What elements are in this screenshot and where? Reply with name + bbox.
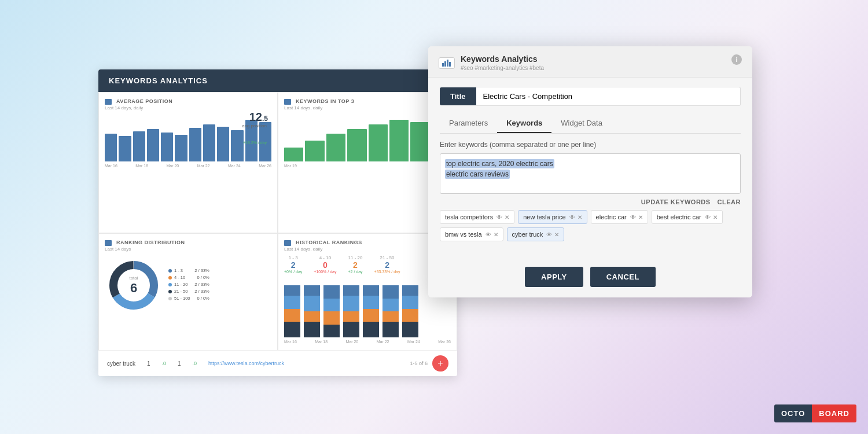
hist-title: HISTORICAL RANKINGS bbox=[284, 240, 451, 245]
donut-container: total 6 1 - 3 2 / 33% 4 - 10 0 / 0% bbox=[105, 256, 271, 314]
avg-delta: +18.2% / day bbox=[243, 141, 267, 145]
tag-label: electric car bbox=[596, 214, 627, 220]
add-button[interactable]: + bbox=[432, 355, 448, 372]
bar bbox=[410, 122, 429, 161]
tag-label: new tesla price bbox=[523, 214, 565, 220]
rank-labels: Mar 16 Mar 18 Mar 20 Mar 22 Mar 24 Mar 2… bbox=[284, 340, 451, 344]
bar bbox=[203, 124, 215, 161]
modal-widget-icon bbox=[439, 57, 455, 69]
cancel-button[interactable]: CANCEL bbox=[590, 267, 656, 287]
modal-header: Keywords Analytics #seo #marketing-analy… bbox=[428, 46, 752, 78]
info-icon[interactable]: i bbox=[731, 54, 742, 65]
bottom-table: cyber truck 1 .0 1 .0 https://www.tesla.… bbox=[98, 350, 457, 376]
eye-icon[interactable]: 👁 bbox=[546, 231, 552, 238]
table-col1: 1 bbox=[147, 361, 150, 367]
bar bbox=[389, 120, 409, 161]
tab-widget-data[interactable]: Widget Data bbox=[551, 114, 612, 133]
bar bbox=[189, 128, 201, 161]
legend-dot bbox=[168, 297, 172, 300]
avg-position-panel: AVERAGE POSITION Last 14 days, daily avg… bbox=[98, 92, 278, 233]
stacked-col bbox=[284, 285, 300, 337]
tag-label: bmw vs tesla bbox=[445, 231, 482, 238]
keyword-tag-new-tesla-price: new tesla price 👁 ✕ bbox=[518, 210, 587, 224]
modal-footer: APPLY CANCEL bbox=[428, 260, 752, 297]
octoboard-logo: OCTO BOARD bbox=[774, 404, 856, 422]
dashboard-card: KEYWORDS ANALYTICS AVERAGE POSITION Last… bbox=[98, 69, 457, 376]
table-col3: 1 bbox=[178, 361, 181, 367]
avg-chart-labels: Mar 16 Mar 18 Mar 20 Mar 22 Mar 24 Mar 2… bbox=[105, 164, 271, 168]
bar bbox=[119, 136, 131, 161]
tag-icons: 👁 ✕ bbox=[496, 214, 509, 220]
stacked-col bbox=[363, 285, 379, 337]
eye-icon[interactable]: 👁 bbox=[569, 214, 575, 220]
title-label-button[interactable]: Title bbox=[440, 87, 476, 105]
chart-icon bbox=[442, 60, 451, 67]
hist-subtitle: Last 14 days, daily bbox=[284, 247, 451, 252]
ranking-dist-title: RANKING DISTRIBUTION bbox=[105, 240, 271, 245]
keyword-tag-cyber-truck: cyber truck 👁 ✕ bbox=[507, 227, 565, 241]
svg-rect-4 bbox=[442, 63, 444, 67]
tag-label: best electric car bbox=[657, 214, 701, 220]
pagination: 1-5 of 6 + bbox=[410, 355, 448, 372]
legend-dot bbox=[168, 269, 172, 273]
legend-dot bbox=[168, 283, 172, 286]
tag-icons: 👁 ✕ bbox=[569, 214, 582, 220]
pagination-text: 1-5 of 6 bbox=[410, 361, 428, 366]
keyword-tag-bmw-vs-tesla: bmw vs tesla 👁 ✕ bbox=[440, 227, 503, 241]
legend-item: 11 - 20 2 / 33% bbox=[168, 282, 209, 287]
modal-title: Keywords Analytics bbox=[461, 54, 544, 64]
eye-icon[interactable]: 👁 bbox=[486, 231, 491, 238]
keyword-tag-electric-car: electric car 👁 ✕ bbox=[591, 210, 648, 224]
keywords-label: Enter keywords (comma separated or one p… bbox=[440, 141, 741, 149]
keywords-textarea[interactable]: top electric cars, 2020 electric cars el… bbox=[440, 153, 741, 194]
update-keywords-button[interactable]: UPDATE KEYWORDS bbox=[641, 198, 711, 205]
avg-position-title: AVERAGE POSITION bbox=[105, 98, 271, 104]
table-col4: .0 bbox=[193, 361, 197, 366]
tag-icons: 👁 ✕ bbox=[630, 214, 643, 220]
clear-button[interactable]: CLEAR bbox=[718, 198, 741, 205]
close-icon[interactable]: ✕ bbox=[638, 214, 643, 220]
textarea-container: top electric cars, 2020 electric cars el… bbox=[440, 153, 741, 194]
title-input[interactable] bbox=[476, 87, 741, 106]
bar bbox=[175, 135, 187, 161]
svg-rect-6 bbox=[447, 60, 448, 67]
hist-header: 1 - 3 2 +0% / day 4 - 10 0 +100% / day 1… bbox=[284, 255, 451, 274]
eye-icon[interactable]: 👁 bbox=[630, 214, 636, 220]
avg-chart bbox=[105, 115, 271, 161]
legend-item: 51 - 100 0 / 0% bbox=[168, 296, 209, 301]
close-icon[interactable]: ✕ bbox=[713, 214, 718, 220]
tab-parameters[interactable]: Parameters bbox=[440, 114, 497, 133]
bar bbox=[161, 133, 173, 161]
bar bbox=[347, 129, 366, 161]
tag-icons: 👁 ✕ bbox=[705, 214, 718, 220]
svg-rect-7 bbox=[449, 62, 451, 67]
tab-keywords[interactable]: Keywords bbox=[497, 114, 551, 133]
close-icon[interactable]: ✕ bbox=[494, 231, 498, 238]
calendar-icon bbox=[284, 99, 291, 105]
bar bbox=[305, 141, 324, 161]
top3-subtitle: Last 14 days, daily bbox=[284, 105, 451, 111]
bar bbox=[133, 131, 145, 161]
legend-dot bbox=[168, 290, 172, 293]
top3-title: KEYWORDS IN TOP 3 bbox=[284, 98, 451, 104]
bar bbox=[326, 134, 345, 161]
close-icon[interactable]: ✕ bbox=[578, 214, 582, 220]
stacked-col bbox=[323, 285, 340, 337]
close-icon[interactable]: ✕ bbox=[554, 231, 559, 238]
keyword-tag-tesla-competitors: tesla competitors 👁 ✕ bbox=[440, 210, 514, 224]
stacked-col bbox=[304, 285, 320, 337]
table-link[interactable]: https://www.tesla.com/cybertruck bbox=[208, 361, 284, 366]
title-row: Title bbox=[440, 87, 741, 106]
bar bbox=[284, 148, 303, 161]
calendar-icon bbox=[105, 99, 112, 105]
dashboard-grid: AVERAGE POSITION Last 14 days, daily avg… bbox=[98, 92, 457, 374]
eye-icon[interactable]: 👁 bbox=[496, 214, 502, 220]
eye-icon[interactable]: 👁 bbox=[705, 214, 711, 220]
textarea-selected-text2: electric cars reviews bbox=[445, 170, 510, 179]
legend-dot bbox=[168, 276, 172, 279]
donut-legend: 1 - 3 2 / 33% 4 - 10 0 / 0% 11 - 20 2 / … bbox=[168, 268, 209, 303]
apply-button[interactable]: APPLY bbox=[525, 267, 583, 287]
bar bbox=[369, 124, 388, 161]
kw-actions: UPDATE KEYWORDS CLEAR bbox=[440, 198, 741, 205]
close-icon[interactable]: ✕ bbox=[505, 214, 509, 220]
